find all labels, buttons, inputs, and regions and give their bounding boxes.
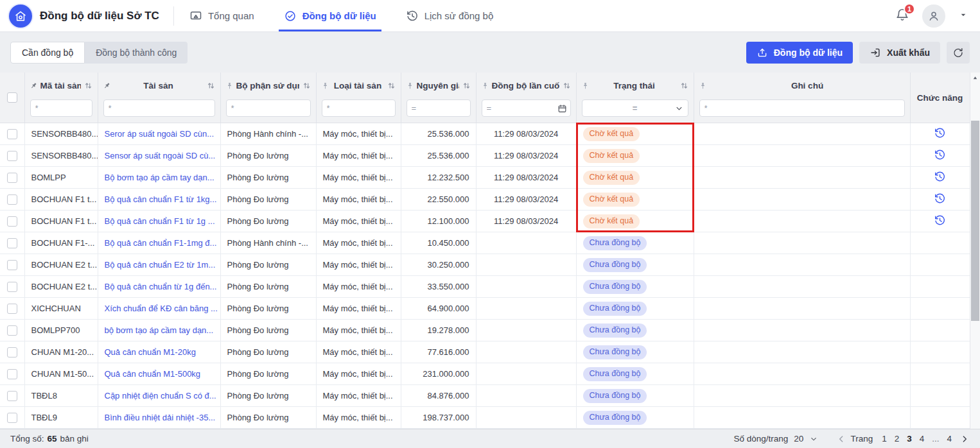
pin-icon[interactable] [481,82,489,90]
pin-icon[interactable] [406,82,414,90]
row-checkbox[interactable] [7,194,17,205]
tab-sync-history[interactable]: Lịch sử đồng bộ [406,0,494,31]
history-icon[interactable] [934,149,946,161]
history-icon[interactable] [934,193,946,205]
asset-type-text: Máy móc, thiết bị... [323,194,393,204]
sort-icon[interactable] [206,81,216,90]
pin-icon[interactable] [699,82,707,90]
page-number[interactable]: 4 [947,434,952,444]
scrollbar-thumb[interactable] [971,121,979,321]
filter-status[interactable]: = [582,99,688,117]
column-header-status: Trạng thái= [576,73,694,123]
sort-icon[interactable] [387,81,396,90]
next-page-button[interactable] [959,434,970,444]
sort-icon[interactable] [302,81,311,90]
cell-asset-type: Máy móc, thiết bị... [316,232,401,254]
user-avatar[interactable] [922,4,945,28]
tab-label: Lịch sử đồng bộ [424,10,494,21]
cell-last-sync: 11:29 08/03/2024 [476,123,576,145]
asset-link[interactable]: Bộ quả cân chuẩn từ 1g đến... [105,282,217,291]
asset-link[interactable]: Bộ quả cân chuẩn F1-1mg đ... [105,238,217,248]
calendar-icon[interactable] [557,103,567,113]
sort-icon[interactable] [83,81,93,90]
export-button[interactable]: Xuất khẩu [859,42,940,64]
filter-department[interactable] [226,99,311,117]
row-checkbox[interactable] [7,151,17,161]
view-toggle-group: Cần đồng bộĐồng bộ thành công [10,42,188,64]
row-checkbox[interactable] [7,304,17,314]
page-number[interactable]: 2 [895,434,900,444]
row-checkbox[interactable] [7,129,17,139]
scroll-up-arrow[interactable] [970,73,980,83]
pin-icon[interactable] [321,82,329,90]
asset-link[interactable]: Bộ bơm tạo áp cầm tay dạn... [105,173,214,182]
pin-icon[interactable] [225,82,234,90]
asset-code: TBĐL9 [31,413,57,422]
refresh-button[interactable] [947,42,970,64]
view-button-need-sync[interactable]: Cần đồng bộ [10,42,85,64]
row-checkbox[interactable] [7,413,17,423]
asset-link[interactable]: Seror áp suất ngoài SD cùn... [105,129,214,139]
table-footer: Tổng số: 65 bản ghi Số dòng/trang 20 Tra… [0,429,980,448]
asset-link[interactable]: bộ bơm tạo áp cầm tay dạn... [105,325,214,335]
asset-link[interactable]: Cặp nhiệt điện chuẩn S có đ... [105,391,216,401]
vertical-scrollbar[interactable] [970,73,980,429]
table-row: BOCHUAN E2 t...Bộ quả cân chuẩn từ 1g đế… [0,276,970,298]
department-text: Phòng Đo lường [227,391,289,401]
row-checkbox[interactable] [7,391,17,401]
cell-status: Chưa đồng bộ [576,232,694,254]
sort-icon[interactable] [562,81,572,90]
price-text: 10.450.000 [427,238,469,248]
page-number[interactable]: 4 [920,434,925,444]
asset-link[interactable]: Bộ quả cân chuẩn F1 từ 1g ... [105,216,215,226]
row-checkbox[interactable] [7,216,17,227]
tab-sync-data[interactable]: Đồng bộ dữ liệu [284,0,376,31]
filter-asset-type[interactable] [322,99,396,117]
asset-type-text: Máy móc, thiết bị... [323,282,393,291]
row-checkbox[interactable] [7,260,17,270]
asset-link[interactable]: Bộ quả cân chuẩn E2 từ 1m... [105,260,216,270]
chevron-down-icon[interactable] [809,435,818,444]
caret-down-icon [958,10,968,20]
filter-original-price[interactable] [407,99,471,117]
pin-icon[interactable] [101,80,112,91]
notifications-button[interactable]: 1 [895,8,909,24]
row-checkbox[interactable] [7,282,17,292]
select-all-checkbox[interactable] [7,92,17,103]
sort-icon[interactable] [462,81,471,90]
history-icon[interactable] [934,171,946,183]
page-number[interactable]: 1 [882,434,887,444]
row-checkbox[interactable] [7,369,17,379]
tab-overview[interactable]: Tổng quan [189,0,254,31]
prev-page-button[interactable] [836,434,846,444]
view-button-synced[interactable]: Đồng bộ thành công [85,42,188,64]
cell-status: Chưa đồng bộ [576,320,694,341]
row-checkbox[interactable] [7,347,17,358]
page-number[interactable]: 3 [907,434,912,444]
history-icon[interactable] [934,127,946,139]
pin-icon[interactable] [581,82,590,90]
history-icon[interactable] [934,214,946,227]
department-text: Phòng Đo lường [227,194,289,204]
asset-link[interactable]: Bộ quả cân chuẩn F1 từ 1kg... [105,194,217,204]
row-checkbox[interactable] [7,173,17,183]
user-menu-button[interactable] [958,10,968,22]
filter-asset[interactable] [103,99,215,117]
filter-code[interactable] [30,99,92,117]
asset-link[interactable]: Quả cân chuẩn M1-500kg [105,369,201,379]
asset-link[interactable]: Xích chuẩn để KĐ cân băng ... [105,304,218,313]
cell-code: SENSORBB480... [24,145,98,167]
asset-link[interactable]: Bình điều nhiệt dải nhiệt -35... [105,413,216,422]
asset-code: BOCHUAN F1 t... [31,194,97,204]
column-label: Ghi chú [710,81,906,90]
pin-icon[interactable] [28,80,39,91]
row-checkbox[interactable] [7,325,17,336]
main-tabs: Tổng quanĐồng bộ dữ liệuLịch sử đồng bộ [189,0,493,31]
sync-data-button[interactable]: Đồng bộ dữ liệu [746,42,853,64]
asset-link[interactable]: Sensor áp suất ngoài SD cù... [105,151,216,160]
sort-icon[interactable] [679,81,689,90]
cell-original-price: 25.536.000 [401,145,476,167]
asset-link[interactable]: Quả cân chuẩn M1-20kg [105,347,196,357]
filter-note[interactable] [699,99,905,117]
row-checkbox[interactable] [7,238,17,248]
